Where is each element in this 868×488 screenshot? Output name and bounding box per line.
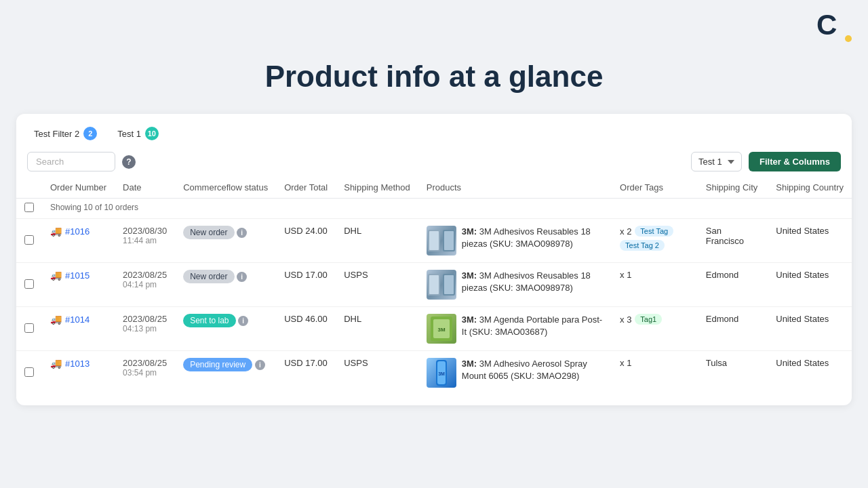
order-tag: Test Tag 2 [620,240,665,251]
col-products: Products [418,177,612,199]
date-cell: 2023/08/2504:13 pm [115,307,175,351]
logo: C [816,11,852,46]
order-link[interactable]: 🚚#1015 [50,270,106,281]
date-main: 2023/08/25 [123,314,167,324]
status-info-icon[interactable]: i [255,360,265,370]
toolbar-right: Test 1 Test 2 Filter & Columns [691,152,841,171]
row-checkbox[interactable] [24,367,34,377]
status-cell: New order i [175,219,276,263]
select-all-header [16,177,42,199]
search-input[interactable] [27,152,115,171]
toolbar: ? Test 1 Test 2 Filter & Columns [16,144,852,177]
date-main: 2023/08/25 [123,358,167,368]
shipping-method-cell: USPS [336,263,418,307]
product-name-text: 3M: 3M Agenda Portable para Post-It (SKU… [462,314,604,338]
table-header-row: Order Number Date Commerceflow status Or… [16,177,852,199]
product-image: 3M [427,314,456,344]
date-cell: 2023/08/3011:44 am [115,219,175,263]
filter-tab-2[interactable]: Test 1 10 [111,123,165,144]
status-info-icon[interactable]: i [238,316,248,326]
shipping-method-cell: DHL [336,219,418,263]
showing-text: Showing 10 of 10 orders [42,199,852,219]
row-checkbox[interactable] [24,323,34,333]
filter-tab-1-label: Test Filter 2 [34,129,79,139]
date-main: 2023/08/25 [123,270,167,280]
truck-icon: 🚚 [50,358,62,369]
col-shipping-method: Shipping Method [336,177,418,199]
filters-row: Test Filter 2 2 Test 1 10 [16,114,852,144]
order-link[interactable]: 🚚#1016 [50,226,106,237]
filter-tab-1[interactable]: Test Filter 2 2 [27,123,104,144]
filter-tab-2-label: Test 1 [117,129,141,139]
order-number-text: #1014 [65,314,90,325]
showing-row: Showing 10 of 10 orders [16,199,852,219]
shipping-city-cell: San Francisco [698,219,768,263]
status-badge: New order [183,270,234,283]
col-order-number: Order Number [42,177,115,199]
shipping-city-cell: Edmond [698,307,768,351]
truck-icon: 🚚 [50,226,62,237]
quantity-text: x 1 [620,270,631,280]
order-number-cell: 🚚#1013 [42,351,115,395]
shipping-method-cell: USPS [336,351,418,395]
order-tag: Tag1 [635,314,662,325]
product-brand: 3M: [462,270,477,281]
product-brand: 3M: [462,226,477,237]
date-time: 11:44 am [123,236,167,245]
order-total-cell: USD 17.00 [276,351,336,395]
status-info-icon[interactable]: i [237,228,247,238]
date-cell: 2023/08/2504:14 pm [115,263,175,307]
col-shipping-country: Shipping Country [768,177,852,199]
status-cell: Sent to lab i [175,307,276,351]
status-badge: Pending review [183,358,252,371]
main-panel: Test Filter 2 2 Test 1 10 ? Test 1 Test … [16,114,852,405]
shipping-country-cell: United States [768,351,852,395]
shipping-method-cell: DHL [336,307,418,351]
product-name-text: 3M: 3M Adhesivo Aerosol Spray Mount 6065… [462,358,604,382]
product-brand: 3M: [462,359,477,369]
status-info-icon[interactable]: i [237,272,247,282]
filter-tab-2-badge: 10 [145,127,159,140]
order-total-cell: USD 24.00 [276,219,336,263]
status-badge: Sent to lab [183,314,235,327]
order-tags-cell: x 2Test TagTest Tag 2 [612,219,698,263]
page-title: Product info at a glance [0,60,868,94]
view-select[interactable]: Test 1 Test 2 [691,152,742,171]
date-time: 03:54 pm [123,368,167,378]
col-cf-status: Commerceflow status [175,177,276,199]
table-row: 🚚#10132023/08/2503:54 pmPending review i… [16,351,852,395]
col-order-total: Order Total [276,177,336,199]
date-cell: 2023/08/2503:54 pm [115,351,175,395]
row-checkbox[interactable] [24,235,34,245]
svg-rect-3 [444,231,454,250]
order-tags-cell: x 3Tag1 [612,307,698,351]
order-number-text: #1015 [65,270,90,281]
select-all-checkbox[interactable] [24,203,34,212]
orders-table: Order Number Date Commerceflow status Or… [16,177,852,394]
help-icon[interactable]: ? [122,155,136,169]
product-name-text: 3M: 3M Adhesivos Reusables 18 piezas (SK… [462,226,604,250]
col-date: Date [115,177,175,199]
filter-tab-1-badge: 2 [83,127,97,140]
order-tags-cell: x 1 [612,263,698,307]
order-link[interactable]: 🚚#1013 [50,358,106,369]
product-name-text: 3M: 3M Adhesivos Reusables 18 piezas (SK… [462,270,604,294]
quantity-text: x 3 [620,314,631,325]
product-image: 3M [427,358,456,388]
status-cell: Pending review i [175,351,276,395]
logo-dot [845,35,852,42]
filter-columns-button[interactable]: Filter & Columns [749,152,841,171]
product-image [427,270,456,300]
svg-text:3M: 3M [438,371,445,376]
table-row: 🚚#10142023/08/2504:13 pmSent to lab iUSD… [16,307,852,351]
products-cell: 3M: 3M Adhesivos Reusables 18 piezas (SK… [418,263,612,307]
date-main: 2023/08/30 [123,226,167,236]
svg-rect-6 [429,275,439,294]
showing-checkbox-cell[interactable] [16,199,42,219]
order-link[interactable]: 🚚#1014 [50,314,106,325]
product-image [427,226,456,256]
row-checkbox[interactable] [24,279,34,289]
quantity-text: x 2 [620,226,631,237]
toolbar-left: ? [27,152,136,171]
order-total-cell: USD 46.00 [276,307,336,351]
